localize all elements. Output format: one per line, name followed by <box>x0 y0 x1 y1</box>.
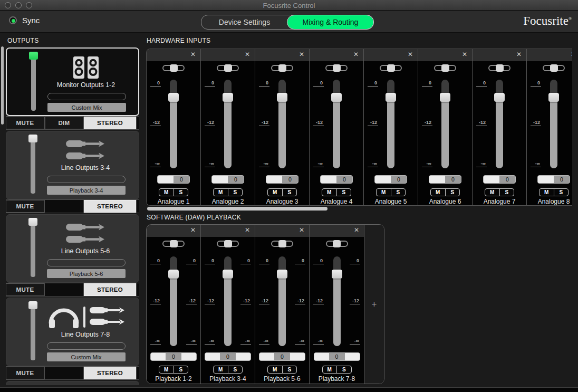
mute-button[interactable]: MUTE <box>6 117 44 129</box>
hardware-inputs-scrollbar[interactable] <box>147 207 327 211</box>
fader-handle[interactable] <box>277 270 287 279</box>
fader-handle[interactable] <box>386 93 396 102</box>
solo-button[interactable]: S <box>499 189 514 196</box>
pan-slider[interactable] <box>488 65 510 71</box>
solo-button[interactable]: S <box>554 189 569 196</box>
pan-knob[interactable] <box>278 240 286 247</box>
fader-handle[interactable] <box>168 93 179 102</box>
mute-button[interactable]: M <box>322 189 336 196</box>
close-icon[interactable]: ✕ <box>408 51 413 58</box>
stereo-button[interactable]: STEREO <box>84 117 136 129</box>
fader-handle[interactable] <box>494 93 505 102</box>
pan-slider[interactable] <box>325 65 348 71</box>
dim-button[interactable]: DIM <box>45 117 83 129</box>
pan-slider[interactable] <box>271 241 293 247</box>
solo-button[interactable]: S <box>228 189 243 196</box>
pan-knob[interactable] <box>224 240 232 247</box>
mute-button[interactable]: M <box>268 366 282 373</box>
mute-button[interactable]: M <box>214 366 228 373</box>
output-source-button[interactable]: Custom Mix <box>47 352 126 361</box>
fader-handle[interactable] <box>168 270 179 279</box>
close-icon[interactable]: ✕ <box>245 226 250 234</box>
close-icon[interactable]: ✕ <box>299 51 304 58</box>
mute-button[interactable]: MUTE <box>6 283 44 296</box>
add-channel-button[interactable]: + <box>364 225 384 384</box>
pan-knob[interactable] <box>387 64 395 72</box>
pan-slider[interactable] <box>434 65 456 71</box>
close-icon[interactable]: ✕ <box>299 226 304 234</box>
pan-knob[interactable] <box>170 64 178 72</box>
mute-button[interactable]: M <box>377 189 391 196</box>
pan-knob[interactable] <box>496 64 504 72</box>
stereo-button[interactable]: STEREO <box>84 367 136 379</box>
solo-button[interactable]: S <box>282 366 297 373</box>
channel-strip-header: ✕ <box>255 49 309 61</box>
mute-button[interactable]: MUTE <box>6 367 44 379</box>
pan-knob[interactable] <box>170 240 178 247</box>
pan-slider[interactable] <box>217 241 239 247</box>
tab-mixing-routing[interactable]: Mixing & Routing <box>287 15 373 29</box>
stereo-button[interactable]: STEREO <box>84 200 136 213</box>
pan-knob[interactable] <box>224 64 232 72</box>
output-source-button[interactable]: Custom Mix <box>47 103 126 112</box>
pan-slider[interactable] <box>271 65 293 71</box>
tab-device-settings[interactable]: Device Settings <box>201 15 287 29</box>
solo-button[interactable]: S <box>391 189 406 196</box>
output-fader-handle[interactable] <box>29 52 38 60</box>
fader-handle[interactable] <box>277 93 287 102</box>
gain-value: 0 <box>220 353 236 360</box>
solo-button[interactable]: S <box>336 189 351 196</box>
mute-button[interactable]: MUTE <box>6 200 44 213</box>
solo-button[interactable]: S <box>282 189 297 196</box>
fader-handle[interactable] <box>548 93 559 102</box>
output-card-monitor-outputs-1-2[interactable]: Monitor Outputs 1-2 Custom Mix MUTE DIM … <box>6 47 139 130</box>
pan-knob[interactable] <box>441 64 449 72</box>
pan-slider[interactable] <box>380 65 402 71</box>
output-source-button[interactable]: Playback 5-6 <box>47 269 126 278</box>
output-card-line-outputs-5-6[interactable]: Line Outputs 5-6 Playback 5-6 MUTE STERE… <box>6 214 139 297</box>
close-icon[interactable]: ✕ <box>190 51 196 58</box>
fader-handle[interactable] <box>223 270 233 279</box>
mute-button[interactable]: M <box>485 189 499 196</box>
close-icon[interactable]: ✕ <box>571 51 572 58</box>
pan-knob[interactable] <box>333 64 341 72</box>
mute-button[interactable]: M <box>268 189 282 196</box>
mute-button[interactable]: M <box>159 189 174 196</box>
close-icon[interactable]: ✕ <box>516 51 522 58</box>
output-fader-handle[interactable] <box>28 301 37 309</box>
stereo-button[interactable]: STEREO <box>84 283 136 296</box>
pan-slider[interactable] <box>162 65 185 71</box>
pan-slider[interactable] <box>326 241 348 247</box>
pan-knob[interactable] <box>278 64 286 72</box>
pan-slider[interactable] <box>162 241 185 247</box>
solo-button[interactable]: S <box>228 366 243 373</box>
output-fader-handle[interactable] <box>28 135 37 142</box>
mute-button[interactable]: M <box>159 366 174 373</box>
mute-button[interactable]: M <box>214 189 228 196</box>
solo-button[interactable]: S <box>336 366 351 373</box>
fader-handle[interactable] <box>223 93 233 102</box>
outputs-scrollbar[interactable] <box>1 46 4 125</box>
output-card-line-outputs-7-8[interactable]: Line Outputs 7-8 Custom Mix MUTE STEREO <box>6 298 139 380</box>
pan-slider[interactable] <box>217 65 239 71</box>
mute-button[interactable]: M <box>540 189 554 196</box>
output-card-line-outputs-3-4[interactable]: Line Outputs 3-4 Playback 3-4 MUTE STERE… <box>6 131 139 213</box>
solo-button[interactable]: S <box>174 189 188 196</box>
output-fader-handle[interactable] <box>28 218 37 226</box>
close-icon[interactable]: ✕ <box>354 226 359 234</box>
fader-handle[interactable] <box>331 93 342 102</box>
close-icon[interactable]: ✕ <box>190 226 196 234</box>
solo-button[interactable]: S <box>445 189 460 196</box>
output-source-button[interactable]: Playback 3-4 <box>47 186 126 195</box>
close-icon[interactable]: ✕ <box>353 51 359 58</box>
fader-handle[interactable] <box>332 270 342 279</box>
pan-knob[interactable] <box>333 240 341 247</box>
close-icon[interactable]: ✕ <box>245 51 250 58</box>
mute-button[interactable]: M <box>323 366 337 373</box>
close-icon[interactable]: ✕ <box>462 51 467 58</box>
pan-slider[interactable] <box>543 65 565 71</box>
solo-button[interactable]: S <box>174 366 188 373</box>
mute-button[interactable]: M <box>431 189 445 196</box>
pan-knob[interactable] <box>550 64 558 72</box>
fader-handle[interactable] <box>440 93 450 102</box>
